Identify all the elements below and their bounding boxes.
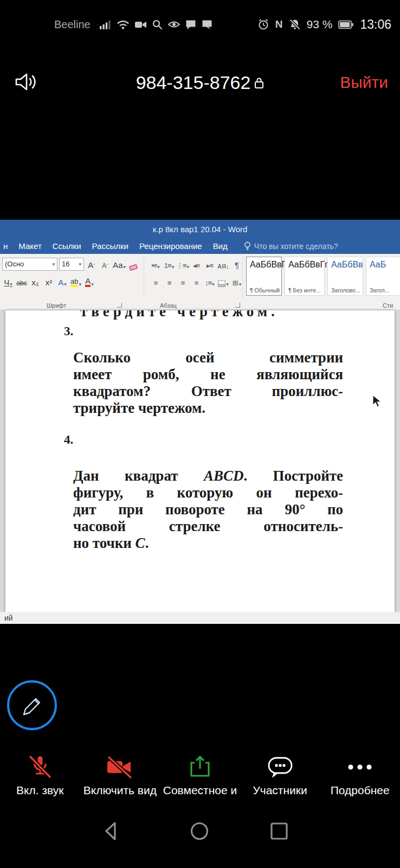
- shading-icon: [218, 280, 225, 287]
- bullet-list-icon: •≡: [151, 261, 157, 270]
- pencil-icon: [19, 692, 45, 718]
- grow-font-button[interactable]: Аˆ: [86, 258, 98, 271]
- style-heading2[interactable]: АаБ Загол...: [366, 257, 400, 296]
- align-left-button[interactable]: ≡: [150, 275, 162, 288]
- bullet-list-button[interactable]: •≡▾: [150, 258, 162, 271]
- sort-button[interactable]: АЯ↓: [217, 258, 229, 271]
- dropdown-arrow-icon: ▾: [52, 261, 55, 267]
- style-heading1[interactable]: АаБбВв Заголово...: [327, 257, 363, 296]
- more-button[interactable]: Подробнее: [320, 753, 400, 814]
- mic-muted-icon: [27, 753, 54, 781]
- battery-percent: 93 %: [307, 18, 333, 31]
- decrease-indent-button[interactable]: ◂≡: [190, 258, 202, 271]
- home-button[interactable]: [189, 819, 210, 843]
- numbered-list-icon: 1≡: [164, 261, 171, 270]
- font-name-combobox[interactable]: (Осно▾: [2, 258, 57, 271]
- show-paragraph-marks-button[interactable]: ¶: [231, 258, 243, 271]
- clock: 13:06: [360, 17, 391, 32]
- justify-button[interactable]: ≡: [190, 275, 202, 288]
- align-left-icon: ≡: [154, 279, 158, 287]
- highlight-color-button[interactable]: ab▾: [70, 275, 82, 288]
- tell-me-label: Что вы хотите сделать?: [254, 242, 338, 251]
- notifications-muted-icon: [289, 18, 301, 30]
- status-icons-right: N 93 % 13:06: [257, 17, 391, 32]
- wifi-icon: [117, 19, 130, 30]
- annotate-button[interactable]: [7, 680, 57, 730]
- signal-icon: [99, 19, 111, 30]
- clear-formatting-button[interactable]: [127, 258, 139, 271]
- tab-view[interactable]: Вид: [213, 241, 228, 251]
- android-nav-bar: [0, 814, 400, 868]
- tab-layout[interactable]: Макет: [18, 241, 41, 251]
- font-size-combobox[interactable]: 16▾: [59, 258, 84, 271]
- style-normal[interactable]: АаБбВвГг, ¶ Обычный: [246, 257, 282, 296]
- paragraph-dialog-launcher[interactable]: [235, 303, 240, 308]
- strikethrough-button[interactable]: abc: [16, 275, 28, 288]
- style-no-spacing[interactable]: АаБбВвГг, ¶ Без инте...: [285, 257, 325, 296]
- android-status-bar: Beeline N 93 % 13:06: [0, 0, 400, 49]
- justify-icon: ≡: [195, 279, 198, 287]
- battery-icon: [338, 20, 354, 29]
- participants-button[interactable]: Участники: [240, 753, 320, 814]
- borders-button[interactable]: ⊞▾: [231, 275, 243, 288]
- font-dialog-launcher[interactable]: [117, 303, 122, 308]
- phone-screen: Beeline N 93 % 13:06 984-315-8762 Выйт: [0, 0, 400, 868]
- mouse-cursor: [372, 394, 384, 409]
- word-status-bar: ий: [0, 612, 400, 624]
- font-group: (Осно▾ 16▾ Аˆ Аˇ Аа▾ Ч▾ abc x₂ x² А▾ ab▾…: [0, 254, 144, 301]
- multilevel-list-icon: ⋮≡: [176, 261, 186, 270]
- document-area: твердите чертежом. 3. Сколько осей симме…: [0, 310, 400, 612]
- problem-4-number: 4.: [64, 433, 73, 447]
- carrier-label: Beeline: [54, 18, 91, 31]
- status-icons-left: [99, 19, 212, 30]
- alarm-icon: [257, 18, 269, 30]
- meeting-id: 984-315-8762: [136, 72, 251, 93]
- message-icon: [202, 20, 212, 30]
- tab-review[interactable]: Рецензирование: [139, 241, 202, 251]
- word-window: к.р 8кл вар1 20.04 - Word н Макет Ссылки…: [0, 220, 400, 624]
- unmute-button[interactable]: Вкл. звук: [0, 753, 80, 814]
- increase-indent-button[interactable]: ▸≡: [204, 258, 216, 271]
- document-page[interactable]: твердите чертежом. 3. Сколько осей симме…: [5, 310, 395, 612]
- problem-4-text: Дан квадрат ABCD. Постройте фигуру, в ко…: [73, 468, 343, 552]
- subscript-button[interactable]: x₂: [29, 275, 41, 288]
- underline-button[interactable]: Ч▾: [2, 275, 14, 288]
- zoom-toolbar: Вкл. звук Включить вид Совместное и Учас…: [0, 753, 400, 814]
- ribbon: (Осно▾ 16▾ Аˆ Аˇ Аа▾ Ч▾ abc x₂ x² А▾ ab▾…: [0, 254, 400, 310]
- more-icon: [346, 753, 373, 781]
- align-center-icon: ≡: [167, 279, 171, 287]
- styles-group-label: Сти: [383, 302, 393, 309]
- lightbulb-icon: [244, 241, 251, 251]
- nfc-icon: N: [275, 18, 283, 30]
- tell-me-box[interactable]: Что вы хотите сделать?: [244, 241, 338, 251]
- zoom-meeting-header: 984-315-8762 Выйти: [0, 61, 400, 104]
- tab-design-partial[interactable]: н: [3, 241, 8, 251]
- shrink-font-button[interactable]: Аˇ: [99, 258, 111, 271]
- dropdown-arrow-icon: ▾: [79, 261, 81, 267]
- recents-button[interactable]: [268, 819, 290, 843]
- align-center-button[interactable]: ≡: [163, 275, 175, 288]
- font-color-button[interactable]: А▾: [83, 275, 95, 288]
- back-button[interactable]: [100, 819, 122, 843]
- tab-mailings[interactable]: Рассылки: [92, 241, 128, 251]
- numbered-list-button[interactable]: 1≡▾: [163, 258, 175, 271]
- borders-icon: ⊞: [233, 279, 238, 287]
- align-right-button[interactable]: ≡: [177, 275, 189, 288]
- multilevel-list-button[interactable]: ⋮≡▾: [177, 258, 189, 271]
- superscript-button[interactable]: x²: [43, 275, 55, 288]
- share-screen-button[interactable]: Совместное и: [160, 753, 240, 814]
- indent-icon: ▸≡: [207, 261, 213, 270]
- leave-meeting-button[interactable]: Выйти: [340, 73, 388, 92]
- status-bar-text: ий: [4, 614, 13, 622]
- shading-button[interactable]: ▾: [217, 275, 229, 288]
- line-spacing-button[interactable]: ↕≡▾: [204, 275, 216, 288]
- participants-icon: [267, 753, 294, 781]
- eye-icon: [168, 20, 180, 29]
- change-case-button[interactable]: Аа▾: [113, 258, 126, 271]
- start-video-button[interactable]: Включить вид: [80, 753, 160, 814]
- outdent-icon: ◂≡: [193, 261, 199, 270]
- lock-icon: [254, 76, 264, 90]
- text-effects-button[interactable]: А▾: [56, 275, 68, 288]
- problem-3-number: 3.: [64, 324, 73, 339]
- tab-references[interactable]: Ссылки: [53, 241, 81, 251]
